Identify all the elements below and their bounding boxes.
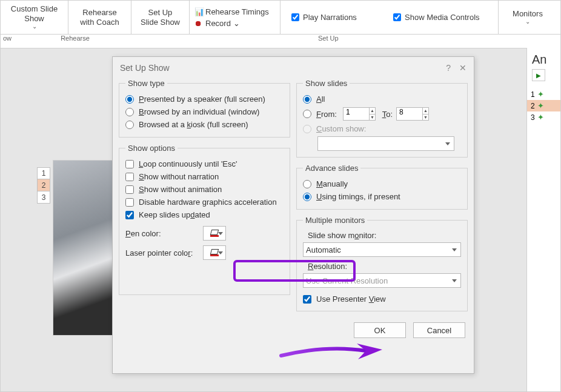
radio-from[interactable] xyxy=(303,110,311,118)
laser-color-picker[interactable] xyxy=(203,245,226,260)
ok-button[interactable]: OK xyxy=(354,322,406,338)
thumb-1[interactable]: 1 xyxy=(37,167,50,179)
monitors-button[interactable]: Monitors⌄ xyxy=(499,1,557,34)
play-button[interactable]: ▶ xyxy=(532,69,545,81)
show-media-controls-checkbox[interactable]: Show Media Controls xyxy=(382,1,499,34)
anim-item-1[interactable]: 1✦ xyxy=(527,88,560,100)
setup-slide-show-button[interactable]: Set Up Slide Show xyxy=(131,1,190,34)
ribbon-group-labels: ow Rehearse Set Up xyxy=(1,35,560,47)
help-button[interactable]: ? xyxy=(446,63,451,73)
radio-timings[interactable]: Using timings, if present xyxy=(303,190,461,203)
to-spinner[interactable]: ▲▼ xyxy=(396,107,429,121)
multiple-monitors-group: Multiple monitors Slide show monitor: Au… xyxy=(296,216,468,311)
dialog-titlebar: Set Up Show ? ✕ xyxy=(113,57,474,79)
star-icon: ✦ xyxy=(537,101,544,110)
from-spinner[interactable]: ▲▼ xyxy=(343,107,376,121)
rehearse-with-coach-button[interactable]: Rehearse with Coach xyxy=(68,1,131,34)
animation-pane: An ▶ 1✦ 2✦ 3✦ xyxy=(526,48,560,391)
slide-preview-image xyxy=(53,160,119,336)
pen-color-label: Pen color: xyxy=(125,229,198,238)
timings-icon: 📊 xyxy=(194,7,203,16)
check-keep-updated[interactable]: Keep slides updated xyxy=(125,208,284,221)
radio-browsed-kiosk[interactable]: Browsed at a kiosk (full screen) xyxy=(125,118,284,131)
anim-item-2[interactable]: 2✦ xyxy=(527,100,560,111)
setup-show-dialog: Set Up Show ? ✕ Show type Presented by a… xyxy=(112,56,474,374)
monitor-label: Slide show monitor: xyxy=(303,230,461,242)
check-presenter-view[interactable]: Use Presenter View xyxy=(303,293,461,305)
check-without-animation[interactable]: Show without animation xyxy=(125,183,284,196)
star-icon: ✦ xyxy=(537,90,544,99)
laser-color-label: Laser pointer color: xyxy=(125,248,198,257)
bucket-icon xyxy=(210,249,219,256)
check-disable-hw[interactable]: Disable hardware graphics acceleration xyxy=(125,196,284,208)
radio-custom-show: Custom show: xyxy=(303,122,461,135)
close-button[interactable]: ✕ xyxy=(459,63,466,73)
resolution-label: Resolution: xyxy=(303,257,461,273)
record-button[interactable]: ⏺Record ⌄ xyxy=(194,19,275,28)
timings-record-group: 📊Rehearse Timings ⏺Record ⌄ xyxy=(190,1,280,34)
check-without-narration[interactable]: Show without narration xyxy=(125,170,284,183)
anim-item-3[interactable]: 3✦ xyxy=(527,111,560,123)
radio-manually[interactable]: Manually xyxy=(303,178,461,190)
ribbon: Custom Slide Show⌄ Rehearse with Coach S… xyxy=(1,1,560,35)
custom-show-combo xyxy=(317,136,454,151)
thumb-3[interactable]: 3 xyxy=(37,191,50,204)
bucket-icon xyxy=(210,230,219,237)
advance-slides-group: Advance slides Manually Using timings, i… xyxy=(296,164,468,210)
cancel-button[interactable]: Cancel xyxy=(413,322,465,338)
radio-browsed-individual[interactable]: Browsed by an individual (window) xyxy=(125,105,284,118)
show-slides-group: Show slides All From: ▲▼ To: ▲▼ Custom s… xyxy=(296,79,468,158)
show-options-group: Show options Loop continuously until 'Es… xyxy=(119,144,290,295)
record-icon: ⏺ xyxy=(194,19,203,27)
rehearse-timings-button[interactable]: 📊Rehearse Timings xyxy=(194,7,275,16)
check-loop[interactable]: Loop continuously until 'Esc' xyxy=(125,158,284,170)
custom-slide-show-button[interactable]: Custom Slide Show⌄ xyxy=(1,1,68,34)
radio-presented-speaker[interactable]: Presented by a speaker (full screen) xyxy=(125,93,284,105)
pane-title: An xyxy=(527,48,560,69)
slide-thumbnail-numbers: 1 2 3 xyxy=(37,167,50,204)
radio-all-slides[interactable]: All xyxy=(303,93,461,105)
show-type-group: Show type Presented by a speaker (full s… xyxy=(119,79,290,138)
star-icon: ✦ xyxy=(537,113,544,122)
monitor-combo[interactable]: Automatic xyxy=(303,242,461,257)
pen-color-picker[interactable] xyxy=(203,226,226,241)
dialog-title: Set Up Show xyxy=(120,63,170,73)
play-narrations-checkbox[interactable]: Play Narrations xyxy=(280,1,382,34)
resolution-combo: Use Current Resolution xyxy=(303,273,461,288)
thumb-2[interactable]: 2 xyxy=(37,179,50,191)
